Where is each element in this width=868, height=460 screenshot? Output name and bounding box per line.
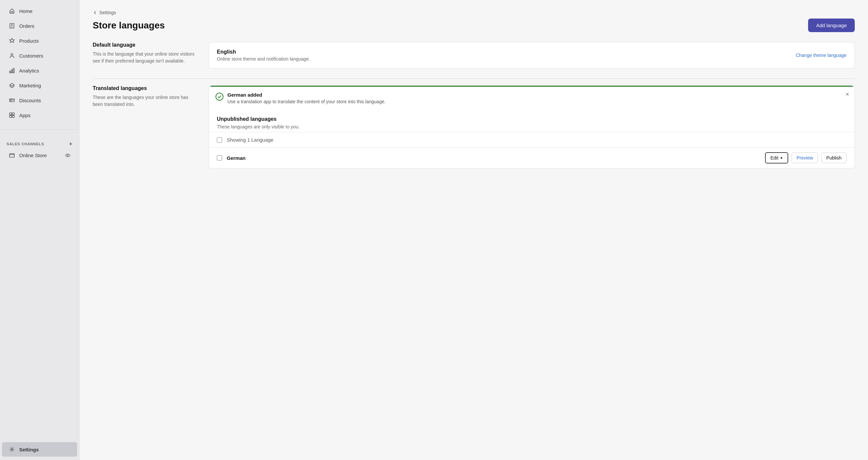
svg-rect-4 (13, 68, 14, 73)
home-icon (9, 8, 15, 14)
products-icon (9, 37, 15, 44)
sidebar-item-online-store[interactable]: Online Store (2, 149, 77, 162)
online-store-label: Online Store (19, 153, 47, 158)
german-language-name: German (227, 155, 761, 161)
sidebar-item-home[interactable]: Home (2, 4, 77, 18)
sidebar-item-customers-label: Customers (19, 53, 43, 59)
sidebar-item-discounts-label: Discounts (19, 98, 41, 103)
apps-icon (9, 112, 15, 119)
sidebar-item-home-label: Home (19, 8, 32, 14)
sidebar-item-analytics[interactable]: Analytics (2, 63, 77, 78)
sidebar-item-analytics-label: Analytics (19, 68, 39, 73)
online-store-icon (9, 152, 15, 159)
svg-point-12 (67, 155, 68, 156)
svg-point-11 (66, 154, 70, 157)
svg-rect-9 (12, 116, 14, 118)
german-added-notification: German added Use a translation app to tr… (209, 86, 855, 109)
page-title: Store languages (93, 20, 165, 31)
sidebar-item-products-label: Products (19, 38, 39, 44)
select-all-checkbox[interactable] (217, 137, 222, 143)
sidebar-item-marketing-label: Marketing (19, 83, 41, 88)
orders-icon (9, 23, 15, 29)
sidebar-item-customers[interactable]: Customers (2, 48, 77, 63)
sidebar-item-marketing[interactable]: Marketing (2, 78, 77, 93)
page-header: Store languages Add language (93, 19, 855, 32)
language-count-label: Showing 1 Language (227, 137, 846, 143)
svg-point-13 (11, 449, 13, 451)
analytics-icon (9, 67, 15, 74)
sidebar-item-products[interactable]: Products (2, 33, 77, 48)
language-count-row: Showing 1 Language (209, 132, 855, 147)
notification-description: Use a translation app to translate the c… (227, 99, 386, 104)
svg-rect-2 (9, 71, 11, 73)
breadcrumb[interactable]: Settings (93, 10, 855, 15)
svg-rect-3 (11, 69, 12, 73)
marketing-icon (9, 82, 15, 89)
translated-languages-card: German added Use a translation app to tr… (209, 86, 855, 168)
notification-close-button[interactable]: × (845, 91, 849, 97)
edit-button[interactable]: Edit ▼ (765, 152, 788, 163)
sidebar: Home Orders Products (0, 0, 80, 460)
translated-languages-description: Translated languages These are the langu… (93, 86, 198, 108)
unpublished-heading: Unpublished languages (217, 116, 846, 122)
online-store-visibility-icon[interactable] (65, 153, 70, 158)
preview-button[interactable]: Preview (792, 153, 818, 163)
sales-channels-label: SALES CHANNELS + (0, 136, 79, 148)
sidebar-item-apps[interactable]: Apps (2, 108, 77, 123)
sidebar-item-orders[interactable]: Orders (2, 19, 77, 33)
default-language-name: English (217, 49, 310, 55)
add-language-button[interactable]: Add language (808, 19, 855, 32)
svg-rect-8 (9, 116, 11, 118)
back-icon (93, 10, 97, 15)
publish-button[interactable]: Publish (821, 153, 846, 163)
discounts-icon (9, 97, 15, 104)
breadcrumb-settings: Settings (99, 10, 116, 15)
add-sales-channel-icon[interactable]: + (69, 141, 72, 147)
translated-languages-section: Translated languages These are the langu… (93, 86, 855, 168)
customers-icon (9, 52, 15, 59)
chevron-down-icon: ▼ (780, 156, 783, 160)
svg-rect-5 (9, 99, 14, 102)
svg-rect-6 (9, 113, 11, 115)
unpublished-description: These languages are only visible to you. (217, 124, 846, 129)
sidebar-item-settings-label: Settings (19, 447, 39, 452)
sidebar-item-apps-label: Apps (19, 112, 30, 118)
success-icon (216, 93, 223, 101)
default-language-card: English Online store theme and notificat… (209, 42, 855, 68)
notification-title: German added (227, 92, 386, 98)
default-language-desc: Online store theme and notification lang… (217, 56, 310, 62)
sidebar-item-settings[interactable]: Settings (2, 442, 77, 457)
default-language-description: Default language This is the language th… (93, 42, 198, 65)
default-language-section: Default language This is the language th… (93, 42, 855, 68)
svg-rect-10 (9, 154, 14, 158)
main-content: Settings Store languages Add language De… (80, 0, 868, 460)
svg-point-1 (11, 54, 13, 56)
sidebar-item-orders-label: Orders (19, 23, 34, 29)
settings-icon (9, 446, 15, 453)
unpublished-languages-card: Unpublished languages These languages ar… (209, 109, 855, 168)
change-theme-language-link[interactable]: Change theme language (796, 53, 846, 58)
svg-rect-7 (12, 113, 14, 115)
sidebar-item-discounts[interactable]: Discounts (2, 93, 77, 107)
german-checkbox[interactable] (217, 155, 222, 161)
german-language-row: German Edit ▼ Preview Publish (209, 147, 855, 168)
german-language-actions: Edit ▼ Preview Publish (765, 152, 846, 163)
